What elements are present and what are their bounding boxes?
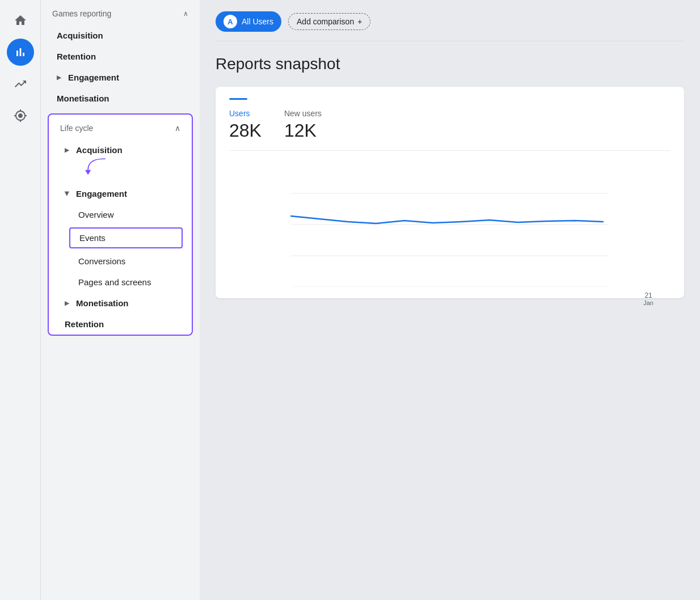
- chart-area: 21 Jan: [229, 162, 671, 287]
- legend-line-users: [229, 98, 247, 100]
- add-comparison-label: Add comparison: [297, 17, 354, 26]
- svg-marker-0: [85, 170, 91, 175]
- curved-arrow-icon: [78, 156, 112, 179]
- metric-users: Users 28K: [229, 109, 262, 141]
- signals-icon[interactable]: [7, 102, 34, 129]
- retention-label: Retention: [57, 52, 96, 61]
- lifecycle-panel: Life cycle ∧ ▶ Acquisition ▶ Engagement: [48, 113, 193, 336]
- acquisition-label: Acquisition: [57, 31, 103, 40]
- lifecycle-item-engagement[interactable]: ▶ Engagement: [49, 183, 192, 204]
- lifecycle-subitem-pages-screens[interactable]: Pages and screens: [49, 272, 192, 293]
- sidebar-item-monetisation[interactable]: Monetisation: [41, 88, 200, 109]
- icon-rail: [0, 0, 41, 600]
- metric-users-value: 28K: [229, 120, 262, 141]
- acquisition-expand-icon: ▶: [65, 147, 69, 153]
- analytics-icon[interactable]: [7, 39, 34, 66]
- lifecycle-subitem-overview[interactable]: Overview: [49, 204, 192, 225]
- content-area: A All Users Add comparison + Reports sna…: [200, 0, 700, 600]
- lifecycle-item-retention[interactable]: Retention: [49, 314, 192, 335]
- legend-item-users: [229, 98, 247, 100]
- x-axis-container: 21 Jan: [229, 291, 671, 306]
- games-reporting-header[interactable]: Games reporting ∧: [41, 0, 200, 25]
- trends-icon[interactable]: [7, 70, 34, 98]
- lifecycle-retention-label: Retention: [65, 319, 104, 329]
- add-comparison-button[interactable]: Add comparison +: [288, 13, 370, 30]
- x-axis-month: Jan: [643, 299, 653, 306]
- engagement-expand-icon: ▶: [64, 192, 70, 196]
- add-comparison-plus-icon: +: [357, 17, 362, 26]
- chart-legend: [229, 98, 671, 100]
- sidebar-item-engagement[interactable]: ▶ Engagement: [41, 67, 200, 88]
- home-icon[interactable]: [7, 7, 34, 34]
- pages-screens-label: Pages and screens: [78, 277, 151, 287]
- x-axis-label: 21 Jan: [643, 291, 653, 306]
- sidebar-item-acquisition[interactable]: Acquisition: [41, 25, 200, 46]
- games-reporting-label: Games reporting: [52, 9, 111, 18]
- metric-users-label: Users: [229, 109, 262, 118]
- overview-label: Overview: [78, 210, 114, 219]
- conversions-label: Conversions: [78, 256, 125, 266]
- page-title: Reports snapshot: [216, 55, 684, 73]
- chart-card: Users 28K New users 12K: [216, 87, 684, 298]
- all-users-chip[interactable]: A All Users: [216, 11, 281, 32]
- lifecycle-item-monetisation[interactable]: ▶ Monetisation: [49, 293, 192, 314]
- sidebar-item-retention[interactable]: Retention: [41, 46, 200, 67]
- top-bar: A All Users Add comparison +: [216, 11, 684, 41]
- lifecycle-subitem-conversions[interactable]: Conversions: [49, 251, 192, 272]
- main-area: Games reporting ∧ Acquisition Retention …: [41, 0, 700, 600]
- lifecycle-engagement-label: Engagement: [76, 189, 127, 198]
- all-users-label: All Users: [242, 17, 273, 26]
- monetisation-expand-icon: ▶: [65, 300, 69, 306]
- games-reporting-chevron: ∧: [183, 10, 188, 18]
- lifecycle-item-acquisition[interactable]: ▶ Acquisition: [49, 140, 192, 160]
- lifecycle-label: Life cycle: [60, 124, 93, 133]
- lifecycle-header[interactable]: Life cycle ∧: [49, 115, 192, 140]
- engagement-label: Engagement: [68, 73, 119, 82]
- x-axis-date: 21: [643, 291, 653, 299]
- metric-new-users-label: New users: [284, 109, 322, 118]
- metric-new-users-value: 12K: [284, 120, 322, 141]
- lifecycle-subitem-events[interactable]: Events: [69, 227, 183, 248]
- engagement-arrow-icon: ▶: [57, 74, 61, 81]
- games-reporting-section: Games reporting ∧ Acquisition Retention …: [41, 0, 200, 109]
- chart-svg: [229, 162, 671, 287]
- lifecycle-acquisition-label: Acquisition: [76, 145, 123, 155]
- events-label: Events: [79, 233, 106, 243]
- sidebar: Games reporting ∧ Acquisition Retention …: [41, 0, 200, 600]
- metrics-row: Users 28K New users 12K: [229, 109, 671, 151]
- lifecycle-monetisation-label: Monetisation: [76, 298, 129, 308]
- lifecycle-chevron: ∧: [175, 124, 180, 133]
- metric-new-users: New users 12K: [284, 109, 322, 141]
- lifecycle-sub-items: Overview Events Conversions Pages and sc…: [49, 204, 192, 293]
- avatar: A: [224, 15, 237, 28]
- arrow-annotation: [49, 160, 192, 183]
- monetisation-label: Monetisation: [57, 94, 109, 103]
